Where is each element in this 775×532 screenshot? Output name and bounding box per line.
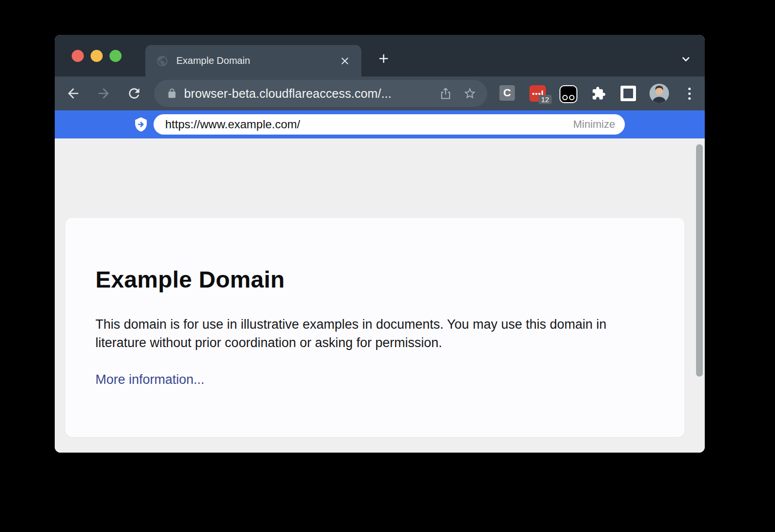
globe-favicon-icon <box>156 55 169 67</box>
more-information-link[interactable]: More information... <box>95 372 204 387</box>
browser-window: Example Domain browser-beta.cloudflareac <box>55 35 705 453</box>
browser-menu-kebab-icon[interactable] <box>682 86 697 101</box>
dark-mask-extension-icon[interactable] <box>559 85 577 103</box>
reload-button[interactable] <box>126 86 142 101</box>
extension-badge: 12 <box>539 95 552 104</box>
tab-search-chevron-icon[interactable] <box>679 52 693 66</box>
bookmark-star-icon[interactable] <box>463 87 477 100</box>
isolation-url-text: https://www.example.com/ <box>165 118 573 131</box>
share-icon[interactable] <box>439 87 452 100</box>
content-card: Example Domain This domain is for use in… <box>65 218 684 437</box>
page-paragraph: This domain is for use in illustrative e… <box>95 315 651 352</box>
scrollbar-thumb[interactable] <box>696 144 703 377</box>
macos-zoom-button[interactable] <box>109 50 122 62</box>
mask-left-eye <box>562 95 568 100</box>
tab-close-icon[interactable] <box>339 55 351 67</box>
password-manager-extension-icon[interactable]: ••• 12 <box>529 85 546 102</box>
profile-avatar[interactable] <box>650 84 669 103</box>
titlebar: Example Domain <box>55 35 705 76</box>
forward-button[interactable] <box>96 86 111 101</box>
minimize-button[interactable]: Minimize <box>573 118 615 131</box>
isolation-shield-icon <box>133 117 149 132</box>
mask-right-eye <box>569 95 574 100</box>
tab-title: Example Domain <box>176 55 339 66</box>
page-heading: Example Domain <box>95 266 651 293</box>
toolbar: browser-beta.cloudflareaccess.com/... C … <box>55 76 705 110</box>
lock-icon[interactable] <box>167 88 177 99</box>
new-tab-button[interactable] <box>376 51 391 66</box>
back-button[interactable] <box>65 86 81 101</box>
isolation-url-input[interactable]: https://www.example.com/ Minimize <box>154 114 625 135</box>
tab-example-domain[interactable]: Example Domain <box>145 45 361 76</box>
isolation-bar: https://www.example.com/ Minimize <box>55 110 705 138</box>
omnibox-url-bar[interactable]: browser-beta.cloudflareaccess.com/... <box>154 80 487 107</box>
macos-close-button[interactable] <box>72 50 84 62</box>
extensions-puzzle-icon[interactable] <box>591 86 606 101</box>
omnibox-url-text: browser-beta.cloudflareaccess.com/... <box>184 87 428 101</box>
page-viewport: Example Domain This domain is for use in… <box>55 138 705 453</box>
extension-c-icon[interactable]: C <box>499 85 515 101</box>
side-panel-icon[interactable] <box>620 86 636 101</box>
macos-minimize-button[interactable] <box>91 50 103 62</box>
